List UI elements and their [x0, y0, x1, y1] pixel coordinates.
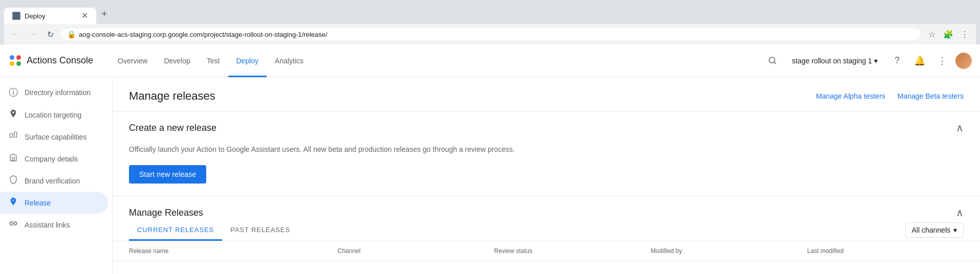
- channel-filter-label: All channels: [912, 226, 951, 234]
- extensions-button[interactable]: 🧩: [941, 27, 955, 41]
- sidebar-label-directory-information: Directory information: [25, 88, 91, 97]
- create-release-section-header: Create a new release ∧: [113, 111, 980, 144]
- location-icon: [8, 109, 18, 121]
- bookmark-button[interactable]: ☆: [925, 27, 939, 41]
- manage-releases-section: Manage Releases ∧ CURRENT RELEASES PAST …: [113, 196, 980, 261]
- sidebar-label-assistant-links: Assistant links: [25, 221, 70, 229]
- tabs-row: CURRENT RELEASES PAST RELEASES All chann…: [113, 219, 980, 241]
- nav-overview[interactable]: Overview: [110, 44, 156, 77]
- surface-icon: [8, 131, 18, 143]
- col-modified-by: Modified by: [650, 247, 807, 255]
- dot-green: [16, 61, 21, 66]
- assistant-links-icon: [8, 219, 18, 231]
- help-button[interactable]: ?: [888, 52, 906, 70]
- dot-yellow: [10, 61, 14, 66]
- menu-button[interactable]: ⋮: [957, 27, 972, 41]
- browser-tab-active[interactable]: Deploy ✕: [4, 8, 96, 24]
- sidebar-label-release: Release: [25, 199, 51, 207]
- manage-beta-testers-link[interactable]: Manage Beta testers: [898, 92, 964, 100]
- channel-dropdown-icon: ▾: [953, 226, 957, 234]
- address-bar[interactable]: 🔒 aog-console-acs-staging.corp.google.co…: [60, 28, 922, 41]
- browser-toolbar: ← → ↻ 🔒 aog-console-acs-staging.corp.goo…: [4, 24, 976, 44]
- dot-blue: [10, 55, 14, 60]
- nav-develop[interactable]: Develop: [156, 44, 198, 77]
- nav-deploy[interactable]: Deploy: [228, 44, 267, 77]
- app-container: Actions Console Overview Develop Test De…: [0, 44, 980, 274]
- channel-filter[interactable]: All channels ▾: [905, 222, 964, 238]
- release-tabs: CURRENT RELEASES PAST RELEASES: [129, 219, 298, 241]
- dot-red: [16, 55, 21, 60]
- manage-releases-toggle[interactable]: ∧: [956, 207, 964, 219]
- browser-tabs: Deploy ✕ +: [4, 4, 976, 24]
- sidebar-label-location-targeting: Location targeting: [25, 111, 81, 119]
- search-button[interactable]: [764, 52, 782, 70]
- start-new-release-button[interactable]: Start new release: [129, 165, 206, 184]
- create-release-title: Create a new release: [129, 123, 216, 133]
- new-tab-button[interactable]: +: [96, 4, 113, 24]
- more-button[interactable]: ⋮: [933, 52, 951, 70]
- sidebar-label-surface-capabilities: Surface capabilities: [25, 133, 86, 141]
- col-last-modified: Last modified: [807, 247, 964, 255]
- lock-icon: 🔒: [67, 30, 76, 38]
- nav-test[interactable]: Test: [199, 44, 228, 77]
- sidebar: ⓘ Directory information Location targeti…: [0, 77, 113, 274]
- app-header: Actions Console Overview Develop Test De…: [0, 44, 980, 77]
- google-logo: [8, 54, 23, 68]
- header-nav: Overview Develop Test Deploy Analytics: [110, 44, 763, 77]
- manage-alpha-testers-link[interactable]: Manage Alpha testers: [816, 92, 885, 100]
- avatar[interactable]: [955, 53, 972, 69]
- svg-rect-3: [14, 132, 17, 138]
- page-title: Manage releases: [129, 89, 215, 103]
- sidebar-item-release[interactable]: Release: [0, 192, 108, 214]
- project-selector[interactable]: stage rollout on staging 1 ▾: [786, 54, 884, 68]
- notifications-button[interactable]: 🔔: [910, 52, 929, 70]
- svg-rect-0: [13, 12, 20, 19]
- release-icon: [8, 197, 18, 209]
- reload-button[interactable]: ↻: [43, 27, 57, 41]
- forward-button[interactable]: →: [26, 27, 40, 41]
- create-release-description: Officially launch your Action to Google …: [129, 144, 964, 155]
- url-text: aog-console-acs-staging.corp.google.com/…: [79, 31, 915, 38]
- sidebar-item-surface-capabilities[interactable]: Surface capabilities: [0, 126, 108, 148]
- header-right: stage rollout on staging 1 ▾ ? 🔔 ⋮: [764, 52, 972, 70]
- tab-close-button[interactable]: ✕: [81, 12, 88, 20]
- tab-title: Deploy: [25, 12, 45, 20]
- project-name: stage rollout on staging 1: [792, 57, 872, 65]
- sidebar-item-assistant-links[interactable]: Assistant links: [0, 214, 108, 236]
- back-button[interactable]: ←: [8, 27, 23, 41]
- content-header: Manage releases Manage Alpha testers Man…: [113, 77, 980, 111]
- main-content: Manage releases Manage Alpha testers Man…: [113, 77, 980, 274]
- manage-releases-title: Manage Releases: [129, 208, 203, 218]
- sidebar-item-company-details[interactable]: Company details: [0, 148, 108, 170]
- body-layout: ⓘ Directory information Location targeti…: [0, 77, 980, 274]
- nav-analytics[interactable]: Analytics: [267, 44, 312, 77]
- sidebar-label-brand-verification: Brand verification: [25, 177, 80, 185]
- releases-section-header: Manage Releases ∧: [113, 196, 980, 219]
- sidebar-item-location-targeting[interactable]: Location targeting: [0, 104, 108, 126]
- header-links: Manage Alpha testers Manage Beta testers: [816, 92, 964, 100]
- info-icon: ⓘ: [8, 86, 18, 99]
- col-channel: Channel: [338, 247, 494, 255]
- company-icon: [8, 153, 18, 165]
- app-logo-text: Actions Console: [27, 55, 93, 66]
- browser-chrome: Deploy ✕ + ← → ↻ 🔒 aog-console-acs-stagi…: [0, 0, 980, 44]
- tab-current-releases[interactable]: CURRENT RELEASES: [129, 219, 222, 241]
- svg-rect-2: [10, 133, 12, 138]
- create-release-body: Officially launch your Action to Google …: [113, 144, 980, 196]
- project-dropdown-icon: ▾: [874, 57, 878, 65]
- tab-favicon: [12, 12, 20, 20]
- create-release-section: Create a new release ∧ Officially launch…: [113, 111, 980, 196]
- brand-icon: [8, 175, 18, 187]
- col-release-name: Release name: [129, 247, 338, 255]
- toolbar-actions: ☆ 🧩 ⋮: [925, 27, 972, 41]
- sidebar-item-directory-information[interactable]: ⓘ Directory information: [0, 81, 108, 104]
- app-logo[interactable]: Actions Console: [8, 54, 93, 68]
- sidebar-item-brand-verification[interactable]: Brand verification: [0, 170, 108, 192]
- svg-rect-4: [12, 158, 15, 161]
- sidebar-label-company-details: Company details: [25, 155, 78, 163]
- col-review-status: Review status: [494, 247, 651, 255]
- create-section-toggle[interactable]: ∧: [956, 122, 964, 134]
- table-header: Release name Channel Review status Modif…: [113, 241, 980, 261]
- tab-past-releases[interactable]: PAST RELEASES: [222, 219, 298, 241]
